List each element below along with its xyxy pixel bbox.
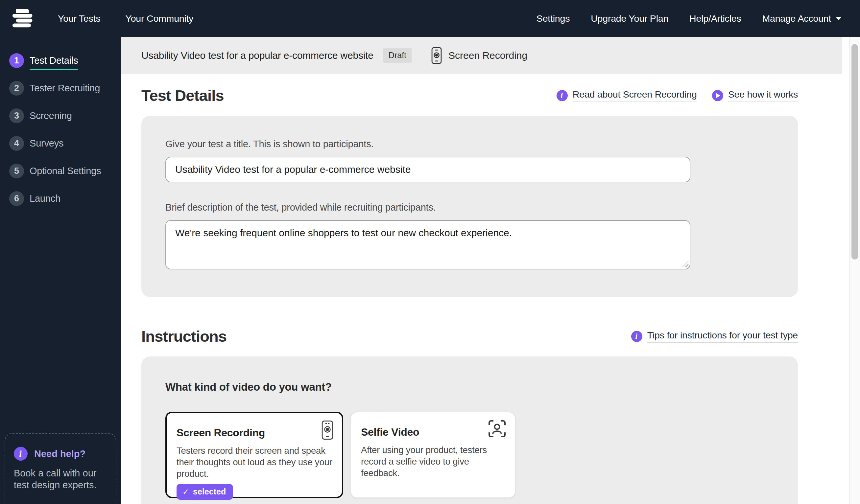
selected-badge-label: selected (193, 487, 226, 496)
page-title: Test Details (141, 86, 224, 104)
nav-item-settings[interactable]: Settings (536, 13, 570, 24)
draft-status-badge: Draft (383, 48, 412, 63)
help-links: i Read about Screen Recording See how it… (557, 89, 798, 102)
selected-badge: ✓ selected (176, 484, 233, 500)
sidebar-step-screening[interactable]: 3 Screening (0, 102, 121, 130)
description-field-label: Brief description of the test, provided … (166, 202, 774, 213)
step-number-badge: 3 (9, 108, 24, 123)
sidebar-step-test-details[interactable]: 1 Test Details (0, 47, 121, 74)
nav-item-your-tests[interactable]: Your Tests (58, 13, 101, 24)
info-icon: i (14, 447, 28, 461)
video-type-question: What kind of video do you want? (166, 381, 774, 393)
instructions-heading-row: Instructions i Tips for instructions for… (141, 327, 798, 345)
info-icon: i (631, 331, 642, 342)
scrollbar-thumb[interactable] (851, 44, 858, 260)
sidebar-step-launch[interactable]: 6 Launch (0, 184, 121, 212)
step-label: Tester Recruiting (30, 83, 100, 94)
sidebar-step-optional-settings[interactable]: 5 Optional Settings (0, 157, 121, 184)
test-details-heading-row: Test Details i Read about Screen Recordi… (141, 86, 798, 104)
play-icon (712, 90, 723, 101)
step-label: Optional Settings (30, 166, 101, 176)
step-label: Launch (30, 193, 60, 204)
primary-nav: Your Tests Your Community (58, 13, 193, 24)
need-help-link[interactable]: i Need help? (14, 447, 109, 461)
option-description: After using your product, testers record… (361, 444, 499, 479)
test-title-input[interactable] (166, 157, 690, 182)
tips-for-instructions-link[interactable]: i Tips for instructions for your test ty… (631, 330, 798, 343)
see-how-label: See how it works (728, 89, 798, 102)
page-content: Test Details i Read about Screen Recordi… (121, 74, 860, 504)
secondary-nav: Settings Upgrade Your Plan Help/Articles… (536, 13, 842, 24)
read-about-screen-recording-link[interactable]: i Read about Screen Recording (557, 89, 697, 102)
see-how-it-works-link[interactable]: See how it works (712, 89, 798, 102)
nav-item-upgrade-plan[interactable]: Upgrade Your Plan (591, 13, 668, 24)
brand-logo-icon[interactable] (13, 6, 33, 31)
main-area: Usability Video test for a popular e-com… (121, 37, 860, 504)
test-type-label: Screen Recording (448, 50, 527, 61)
info-icon: i (557, 90, 568, 101)
top-navbar: Your Tests Your Community Settings Upgra… (0, 0, 860, 37)
step-label: Surveys (30, 138, 63, 149)
screen-recording-option-card[interactable]: Screen Recording Testers record their sc… (166, 412, 343, 498)
chevron-down-icon (836, 17, 842, 20)
step-number-badge: 2 (9, 81, 24, 95)
read-about-label: Read about Screen Recording (573, 89, 697, 102)
test-title: Usability Video test for a popular e-com… (141, 50, 373, 61)
test-details-panel: Give your test a title. This is shown to… (141, 116, 798, 297)
selfie-video-option-card[interactable]: Selfie Video After using your product, t… (350, 412, 515, 498)
option-title: Selfie Video (361, 426, 505, 438)
app-window: Your Tests Your Community Settings Upgra… (0, 0, 860, 504)
step-number-badge: 4 (9, 136, 24, 151)
manage-account-menu[interactable]: Manage Account (762, 13, 842, 24)
step-number-badge: 5 (9, 164, 24, 178)
nav-item-help-articles[interactable]: Help/Articles (689, 13, 741, 24)
step-label: Screening (30, 110, 72, 121)
step-label: Test Details (30, 55, 78, 70)
need-help-title: Need help? (34, 448, 85, 459)
nav-item-your-community[interactable]: Your Community (126, 13, 194, 24)
steps-sidebar: 1 Test Details 2 Tester Recruiting 3 Scr… (0, 37, 121, 504)
check-icon: ✓ (183, 487, 189, 496)
step-number-badge: 6 (9, 191, 24, 206)
need-help-body: Book a call with our test design experts… (14, 467, 109, 491)
description-textarea-wrap: We're seeking frequent online shoppers t… (166, 220, 690, 269)
instructions-title: Instructions (141, 327, 227, 345)
test-header-bar: Usability Video test for a popular e-com… (121, 37, 842, 74)
tips-link-label: Tips for instructions for your test type (647, 330, 798, 343)
sidebar-step-surveys[interactable]: 4 Surveys (0, 130, 121, 157)
title-field-label: Give your test a title. This is shown to… (166, 139, 774, 149)
selfie-frame-icon (488, 419, 506, 438)
screen-recording-phone-icon (321, 420, 333, 440)
step-number-badge: 1 (9, 53, 24, 68)
instructions-panel: What kind of video do you want? (141, 356, 798, 504)
page-scrollbar (849, 37, 860, 504)
sidebar-step-tester-recruiting[interactable]: 2 Tester Recruiting (0, 74, 121, 102)
video-type-options: Screen Recording Testers record their sc… (166, 412, 774, 498)
need-help-section: i Need help? Book a call with our test d… (4, 433, 116, 504)
option-title: Screen Recording (176, 427, 332, 439)
option-description: Testers record their screen and speak th… (176, 445, 336, 479)
screen-recording-phone-icon (431, 47, 442, 64)
instructions-links: i Tips for instructions for your test ty… (631, 330, 798, 343)
manage-account-label: Manage Account (762, 13, 831, 24)
test-description-textarea[interactable]: We're seeking frequent online shoppers t… (166, 220, 690, 269)
